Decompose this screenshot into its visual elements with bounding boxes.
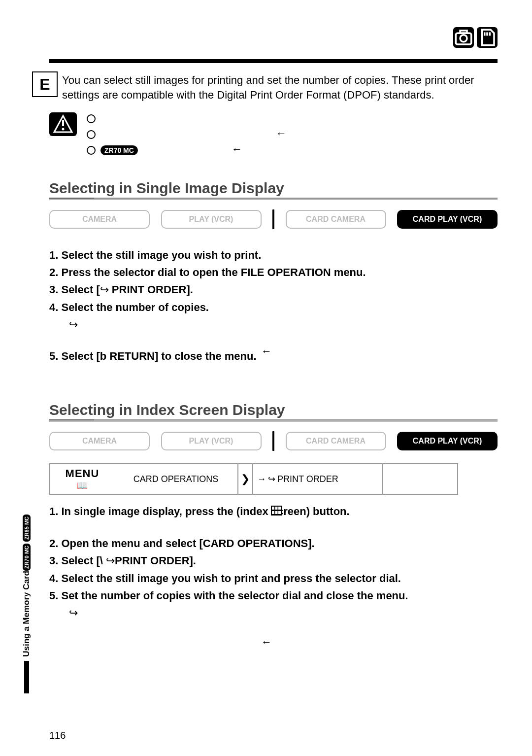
book-icon: 📖 [77,480,88,491]
mode-separator [272,431,274,451]
menu-card-operations: CARD OPERATIONS [114,464,238,494]
index-screen-icon [271,506,282,518]
menu-path: MENU 📖 CARD OPERATIONS ❯ → ↪ PRINT ORDER [49,463,458,495]
arrow-icon: ← [261,345,272,358]
mode-card-play-vcr-active: CARD PLAY (VCR) [397,432,498,450]
arrow-right-icon: → [257,474,266,484]
svg-rect-8 [275,507,278,510]
menu-empty [383,464,457,494]
section1-steps: 1. Select the still image you wish to pr… [49,246,498,365]
print-order-icon: ↪ [268,474,275,484]
print-order-icon: ↪ [100,283,109,296]
model-badge: ZR70 MC [100,145,138,155]
section1-mode-row: CAMERA PLAY (VCR) CARD CAMERA CARD PLAY … [49,209,498,229]
page-number: 116 [49,730,66,741]
section2-mode-row: CAMERA PLAY (VCR) CARD CAMERA CARD PLAY … [49,431,498,451]
step-5: 5. Select [b RETURN] to close the menu. [49,347,498,365]
mode-play-vcr: PLAY (VCR) [161,432,262,450]
side-label: ZR65 MC ZR70 MC Using a Memory Card [20,513,33,697]
svg-rect-4 [62,120,64,126]
mode-play-vcr: PLAY (VCR) [161,210,262,229]
menu-print-order: → ↪ PRINT ORDER [253,464,383,494]
print-order-icon: ↪ [69,607,78,619]
print-order-icon: ↪ [69,318,78,331]
chevron-right-icon: ❯ [238,464,253,494]
svg-rect-9 [278,507,281,510]
mode-camera: CAMERA [49,210,150,229]
section1-heading: Selecting in Single Image Display [49,180,498,200]
caution-block: ZR70 MC [49,112,498,157]
side-badge: ZR65 MC [23,515,31,542]
side-text: Using a Memory Card [22,571,32,657]
mode-separator [272,209,274,229]
step-1: 1. Select the still image you wish to pr… [49,246,498,264]
svg-rect-12 [278,511,281,514]
step-3: 3. Select [↪ PRINT ORDER]. [49,281,498,298]
arrow-icon: ← [261,636,272,649]
section2-steps: 1. In single image display, press the (i… [49,503,498,606]
step-2: 2. Open the menu and select [CARD OPERAT… [49,535,498,552]
mode-camera: CAMERA [49,432,150,450]
step-4: 4. Select the still image you wish to pr… [49,570,498,587]
svg-rect-11 [275,511,278,514]
side-tab [24,661,29,693]
svg-point-1 [460,35,467,42]
header-icons [453,27,498,48]
section2-heading: Selecting in Index Screen Display [49,402,498,422]
mode-card-play-vcr-active: CARD PLAY (VCR) [397,210,498,229]
svg-rect-2 [460,31,467,33]
svg-rect-10 [272,511,274,514]
step-2: 2. Press the selector dial to open the F… [49,264,498,281]
step-5: 5. Set the number of copies with the sel… [49,587,498,604]
mode-card-camera: CARD CAMERA [286,210,386,229]
camera-icon [453,27,474,48]
top-rule [49,59,498,63]
menu-label: MENU 📖 [50,464,114,494]
print-order-icon: ↪ [106,554,115,567]
card-icon [477,27,498,48]
mode-card-camera: CARD CAMERA [286,432,386,450]
caution-icon [49,112,77,136]
arrow-icon: ← [276,127,287,140]
step-3: 3. Select [\ ↪PRINT ORDER]. [49,552,498,569]
step-4: 4. Select the number of copies. [49,299,498,316]
language-letter: E [32,71,58,97]
side-badge: ZR70 MC [23,544,31,571]
svg-point-5 [62,128,65,131]
arrow-icon: ← [232,143,242,156]
svg-rect-7 [272,507,274,510]
intro-text: You can select still images for printing… [62,73,498,102]
